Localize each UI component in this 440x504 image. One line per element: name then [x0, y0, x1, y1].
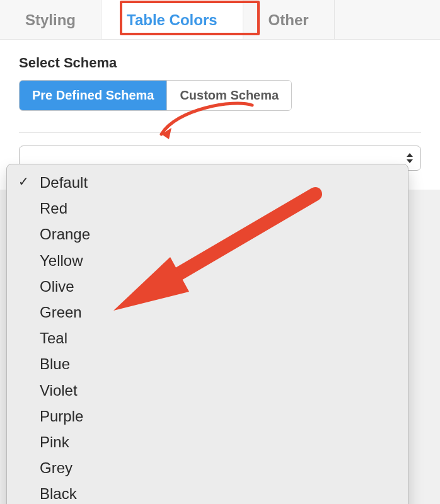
dropdown-item-default[interactable]: Default: [7, 169, 408, 195]
dropdown-item-olive[interactable]: Olive: [7, 273, 408, 299]
divider: [19, 132, 421, 133]
tab-table-colors[interactable]: Table Colors: [101, 0, 243, 39]
schema-button-group: Pre Defined Schema Custom Schema: [19, 80, 292, 111]
dropdown-item-red[interactable]: Red: [7, 195, 408, 221]
dropdown-item-blue[interactable]: Blue: [7, 351, 408, 377]
dropdown-item-violet[interactable]: Violet: [7, 377, 408, 403]
tab-styling[interactable]: Styling: [0, 0, 101, 39]
dropdown-item-green[interactable]: Green: [7, 299, 408, 325]
custom-schema-button[interactable]: Custom Schema: [166, 81, 291, 110]
schema-label: Select Schema: [19, 55, 421, 71]
dropdown-item-grey[interactable]: Grey: [7, 455, 408, 481]
tabs: Styling Table Colors Other: [0, 0, 440, 40]
dropdown-item-black[interactable]: Black: [7, 481, 408, 504]
color-dropdown-menu: Default Red Orange Yellow Olive Green Te…: [6, 164, 408, 504]
dropdown-item-orange[interactable]: Orange: [7, 221, 408, 247]
dropdown-item-purple[interactable]: Purple: [7, 403, 408, 429]
dropdown-item-pink[interactable]: Pink: [7, 429, 408, 455]
tab-other[interactable]: Other: [243, 0, 335, 39]
dropdown-item-teal[interactable]: Teal: [7, 325, 408, 351]
dropdown-item-yellow[interactable]: Yellow: [7, 248, 408, 273]
settings-panel: Styling Table Colors Other Select Schema…: [0, 0, 440, 190]
predefined-schema-button[interactable]: Pre Defined Schema: [20, 81, 166, 110]
